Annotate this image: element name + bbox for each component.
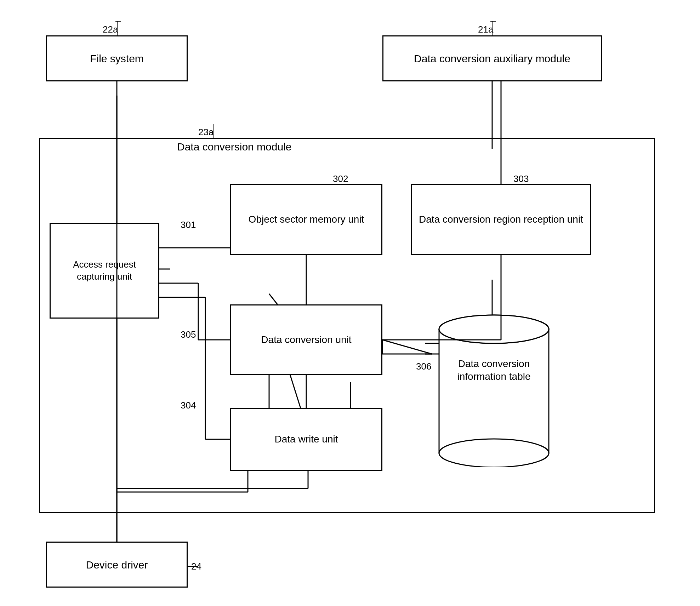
data-conversion-unit-label: Data conversion unit bbox=[261, 333, 351, 346]
ref-306-label: 306 bbox=[416, 361, 431, 372]
svg-point-30 bbox=[439, 439, 549, 467]
data-conversion-module-title: Data conversion module bbox=[177, 141, 292, 153]
object-sector-memory-unit-box: Object sector memory unit bbox=[230, 184, 382, 255]
svg-point-31 bbox=[439, 315, 549, 343]
ref-304-label: 304 bbox=[181, 400, 196, 411]
svg-rect-28 bbox=[439, 329, 549, 453]
diagram: 21a Data conversion auxiliary module 22a… bbox=[0, 0, 700, 606]
ref-24-line bbox=[188, 561, 198, 572]
access-request-label: Access request capturing unit bbox=[54, 259, 155, 283]
file-system-box: File system bbox=[46, 35, 188, 81]
data-conversion-unit-box: Data conversion unit bbox=[230, 304, 382, 375]
data-conversion-region-label: Data conversion region reception unit bbox=[419, 213, 583, 226]
access-request-capturing-unit-box: Access request capturing unit bbox=[50, 223, 159, 319]
device-driver-box: Device driver bbox=[46, 542, 188, 588]
ref-302-label: 302 bbox=[333, 173, 348, 184]
ref-303-label: 303 bbox=[513, 173, 529, 184]
data-conversion-aux-module-label: Data conversion auxiliary module bbox=[414, 52, 570, 65]
device-driver-label: Device driver bbox=[86, 558, 148, 572]
data-write-unit-box: Data write unit bbox=[230, 408, 382, 471]
ref-301-label: 301 bbox=[181, 219, 196, 230]
object-sector-label: Object sector memory unit bbox=[249, 213, 364, 226]
data-conversion-region-reception-unit-box: Data conversion region reception unit bbox=[411, 184, 591, 255]
file-system-label: File system bbox=[90, 52, 144, 65]
data-conversion-aux-module-box: Data conversion auxiliary module bbox=[382, 35, 602, 81]
ref-21a-tick bbox=[490, 21, 497, 35]
ref-22a-tick bbox=[115, 21, 123, 35]
ref-23a-tick bbox=[211, 124, 218, 138]
data-write-unit-label: Data write unit bbox=[275, 433, 338, 446]
data-conversion-info-table-cylinder: Data conversion information table bbox=[432, 308, 556, 467]
ref-305-label: 305 bbox=[181, 329, 196, 340]
cylinder-svg bbox=[432, 308, 556, 467]
